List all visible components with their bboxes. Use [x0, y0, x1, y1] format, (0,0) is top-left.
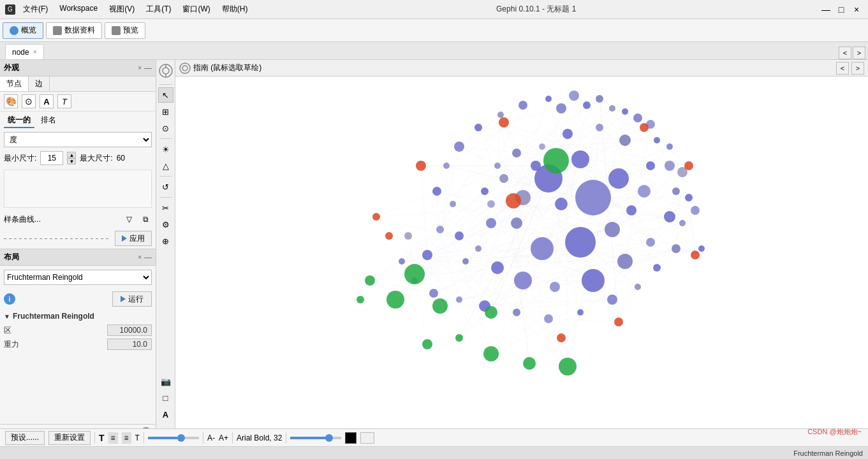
rotate-tool[interactable]: ↺: [158, 179, 173, 194]
menu-file[interactable]: 文件(F): [18, 3, 53, 16]
appearance-panel: 外观 × — 节点 边 🎨 ⊙ A T 统一的 排名 度: [0, 60, 156, 249]
degree-dropdown[interactable]: 度: [4, 132, 152, 147]
tab-ranking[interactable]: 排名: [37, 113, 60, 128]
bottom-separator-4: [232, 432, 233, 444]
svg-point-241: [450, 201, 456, 207]
min-size-input[interactable]: [40, 151, 63, 165]
svg-point-254: [635, 284, 641, 290]
brighten-tool[interactable]: ☀: [158, 142, 173, 157]
menu-help[interactable]: 帮助(H): [217, 3, 253, 16]
layout-minimize[interactable]: —: [144, 253, 152, 262]
svg-point-260: [666, 143, 673, 150]
min-size-spinner: ▲ ▼: [67, 152, 76, 164]
appearance-close[interactable]: ×: [138, 64, 142, 71]
font-size-increase[interactable]: A+: [219, 433, 228, 442]
filter-icon-btn[interactable]: ▽: [122, 213, 135, 226]
appearance-header: 外观 × —: [0, 60, 156, 76]
close-button[interactable]: ×: [850, 3, 863, 16]
svg-point-239: [583, 101, 591, 109]
maximize-button[interactable]: □: [835, 3, 848, 16]
apply-button[interactable]: 应用: [115, 231, 152, 246]
tab-close-icon[interactable]: ×: [33, 48, 37, 55]
center-square-tool[interactable]: □: [158, 390, 173, 405]
svg-point-272: [404, 232, 412, 240]
tab-uniform[interactable]: 统一的: [4, 113, 34, 128]
params-group: ▼ Fruchterman Reingold 区 10000.0 重力 10.0: [4, 312, 152, 351]
triangle-tool[interactable]: △: [158, 158, 173, 173]
param-label-0: 区: [4, 325, 11, 336]
svg-point-218: [619, 135, 631, 146]
ring-icon-btn[interactable]: ⊙: [22, 94, 36, 108]
menu-tools[interactable]: 工具(T): [141, 3, 176, 16]
minimize-button[interactable]: —: [820, 3, 832, 16]
select-tool[interactable]: ↖: [158, 87, 173, 103]
appearance-minimize[interactable]: —: [144, 64, 152, 73]
italic-icon[interactable]: T: [135, 433, 140, 442]
cut-tool[interactable]: ✂: [158, 200, 173, 215]
layout-algorithm-select[interactable]: Fruchterman Reingold: [4, 270, 152, 285]
settings-tool[interactable]: ⚙: [158, 217, 173, 232]
svg-point-203: [571, 150, 589, 168]
layout-panel: 布局 × — Fruchterman Reingold i 运行: [0, 249, 156, 441]
menu-view[interactable]: 视图(V): [104, 3, 140, 16]
text-t-icon-btn[interactable]: T: [57, 94, 71, 108]
svg-point-252: [577, 309, 584, 316]
text-a-icon-btn[interactable]: A: [40, 94, 54, 108]
preview-button[interactable]: 预览: [105, 22, 145, 39]
svg-point-224: [481, 187, 489, 195]
left-align-icon[interactable]: ≡: [108, 432, 118, 444]
add-tool[interactable]: ⊕: [158, 233, 173, 249]
svg-point-267: [497, 112, 504, 118]
bold-text-icon[interactable]: T: [99, 433, 105, 443]
max-size-value: 60: [117, 154, 125, 163]
color-slider-thumb[interactable]: [325, 434, 333, 442]
min-spin-up[interactable]: ▲: [67, 152, 76, 158]
color-icon-btn[interactable]: 🎨: [4, 94, 18, 108]
tab-node[interactable]: node ×: [5, 44, 44, 59]
overview-button[interactable]: 概览: [3, 22, 43, 39]
font-label: Arial Bold, 32: [237, 433, 282, 442]
graph-nav-prev[interactable]: <: [836, 62, 849, 75]
menu-workspace[interactable]: Workspace: [54, 3, 103, 16]
lasso-tool[interactable]: ⊙: [158, 120, 173, 136]
size-slider-fill: [148, 437, 179, 439]
run-button[interactable]: 运行: [112, 291, 152, 307]
info-icon[interactable]: i: [4, 293, 15, 305]
reset-button[interactable]: 重新设置: [48, 431, 91, 445]
color-options-button[interactable]: [360, 432, 374, 444]
svg-line-184: [548, 319, 619, 322]
label-a-tool[interactable]: A: [158, 407, 173, 422]
title-bar-left: G 文件(F) Workspace 视图(V) 工具(T) 窗口(W) 帮助(H…: [5, 3, 253, 16]
tab-edges[interactable]: 边: [29, 76, 50, 91]
color-swatch[interactable]: [345, 432, 357, 444]
copy-icon-btn[interactable]: ⧉: [139, 213, 152, 226]
svg-point-229: [550, 282, 560, 292]
tab-nodes[interactable]: 节点: [0, 76, 29, 91]
tab-nav-prev[interactable]: <: [839, 47, 851, 59]
svg-point-282: [523, 357, 536, 370]
preset-button[interactable]: 预设......: [5, 431, 45, 445]
graph-canvas[interactable]: [175, 76, 868, 441]
main-toolbar: 概览 数据资料 预览: [0, 19, 868, 42]
screenshot-tool[interactable]: 📷: [158, 374, 173, 389]
svg-point-236: [654, 137, 660, 143]
min-spin-down[interactable]: ▼: [67, 158, 76, 164]
data-table-button[interactable]: 数据资料: [46, 22, 102, 39]
title-bar: G 文件(F) Workspace 视图(V) 工具(T) 窗口(W) 帮助(H…: [0, 0, 868, 19]
size-row: 最小尺寸: ▲ ▼ 最大尺寸: 60: [0, 149, 156, 167]
graph-nav-next[interactable]: >: [851, 62, 864, 75]
rect-select-tool[interactable]: ⊞: [158, 104, 173, 119]
size-slider-thumb[interactable]: [177, 434, 185, 442]
size-slider[interactable]: [148, 437, 199, 439]
svg-point-206: [608, 168, 629, 189]
svg-point-247: [429, 289, 438, 298]
tab-nav-next[interactable]: >: [853, 47, 865, 59]
color-slider[interactable]: [290, 437, 341, 439]
svg-line-93: [491, 312, 580, 354]
layout-close[interactable]: ×: [138, 254, 142, 261]
right-align-icon[interactable]: ≡: [122, 432, 131, 444]
svg-point-245: [422, 250, 432, 260]
font-size-decrease[interactable]: A-: [207, 433, 215, 442]
menu-window[interactable]: 窗口(W): [177, 3, 215, 16]
svg-point-210: [487, 200, 495, 208]
